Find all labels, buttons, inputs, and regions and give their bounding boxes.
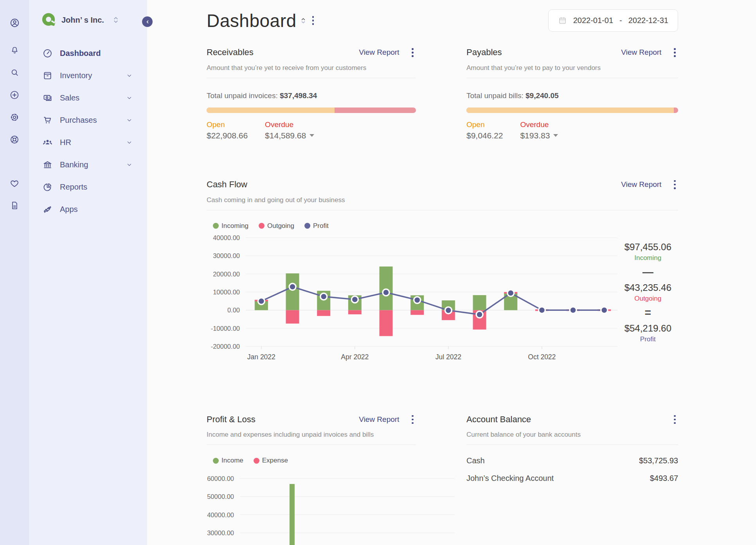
date-range-picker[interactable]: 2022-01-01 - 2022-12-31 (548, 9, 678, 32)
cashflow-summary: $97,455.06 Incoming — $43,235.46 Outgoin… (617, 242, 678, 364)
legend-color-dot (304, 223, 310, 229)
legend-label: Income (221, 457, 243, 464)
legend-color-dot (259, 223, 265, 229)
chevron-down-icon (126, 162, 137, 168)
inventory-box-icon (42, 70, 53, 81)
overdue-dropdown-caret[interactable] (553, 134, 558, 137)
cashflow-chart[interactable]: 40000.0030000.0020000.0010000.000.00-100… (207, 233, 617, 364)
sidebar-item-label: Purchases (60, 116, 126, 125)
dashboard-selector-icon[interactable] (300, 16, 306, 25)
sidebar: John’ s Inc. Dashboard Inventory Sales P… (29, 0, 147, 545)
company-selector-icon[interactable] (112, 15, 119, 25)
company-switcher[interactable]: John’ s Inc. (29, 0, 147, 28)
sidebar-item-label: Dashboard (60, 49, 137, 58)
legend-item[interactable]: Income (213, 457, 243, 464)
user-account-icon[interactable] (0, 12, 29, 34)
payables-overdue-block: Overdue $193.83 (520, 120, 558, 140)
svg-text:10000.00: 10000.00 (213, 289, 240, 296)
legend-color-dot (213, 223, 219, 229)
legend-item[interactable]: Expense (254, 457, 288, 464)
svg-text:50000.00: 50000.00 (207, 493, 234, 500)
svg-text:20000.00: 20000.00 (213, 270, 240, 277)
svg-text:Jan 2022: Jan 2022 (247, 353, 275, 361)
dashboard-gauge-icon (42, 48, 53, 59)
sidebar-nav: Dashboard Inventory Sales Purchases HR B… (29, 42, 147, 221)
sidebar-item-label: Reports (60, 183, 137, 192)
legend-label: Expense (262, 457, 288, 464)
apps-rocket-icon (42, 204, 53, 215)
payables-open-block: Open $9,046.22 (466, 120, 503, 140)
sidebar-item-label: Inventory (60, 71, 126, 80)
receivables-view-report-link[interactable]: View Report (359, 48, 399, 57)
account-balance-card: Account Balance Current balance of your … (466, 413, 678, 543)
receivables-total: Total unpaid invoices: $37,498.34 (207, 91, 416, 100)
legend-color-dot (254, 458, 259, 464)
sidebar-item-purchases[interactable]: Purchases (29, 109, 147, 131)
incoming-total: $97,455.06 (617, 242, 678, 253)
document-icon[interactable] (0, 194, 29, 217)
svg-text:-20000.00: -20000.00 (211, 343, 240, 350)
sidebar-item-hr[interactable]: HR (29, 131, 147, 154)
sidebar-item-label: Apps (60, 205, 137, 214)
divider (207, 445, 416, 445)
receivables-overdue-block: Overdue $14,589.68 (265, 120, 314, 140)
sidebar-item-dashboard[interactable]: Dashboard (29, 42, 147, 65)
sidebar-item-apps[interactable]: Apps (29, 198, 147, 221)
divider (466, 78, 678, 78)
payables-view-report-link[interactable]: View Report (621, 48, 661, 57)
legend-item[interactable]: Profit (304, 222, 329, 230)
reports-pie-icon (42, 182, 53, 192)
account-balance-menu-kebab[interactable] (671, 413, 678, 427)
sidebar-item-reports[interactable]: Reports (29, 176, 147, 198)
dashboard-menu-kebab[interactable] (310, 14, 317, 27)
date-start: 2022-01-01 (573, 16, 613, 25)
svg-text:Apr 2022: Apr 2022 (341, 353, 369, 361)
icon-rail (0, 0, 29, 545)
profit-loss-menu-kebab[interactable] (409, 413, 416, 427)
quick-add-plus-icon[interactable] (0, 84, 29, 106)
chevron-left-icon (145, 19, 150, 25)
svg-text:Jul 2022: Jul 2022 (436, 353, 461, 361)
payables-open-segment (466, 108, 674, 113)
sidebar-collapse-button[interactable] (142, 16, 153, 27)
sidebar-item-label: Banking (60, 160, 126, 169)
profit-loss-chart[interactable]: 60000.0050000.0040000.0030000.00 (207, 468, 457, 543)
receivables-menu-kebab[interactable] (409, 46, 416, 59)
profit-loss-legend: IncomeExpense (213, 457, 416, 464)
cashflow-card: Cash Flow View Report Cash coming in and… (207, 178, 678, 364)
cashflow-view-report-link[interactable]: View Report (621, 180, 661, 189)
sidebar-item-banking[interactable]: Banking (29, 154, 147, 176)
sidebar-item-sales[interactable]: Sales (29, 87, 147, 109)
settings-gear-icon[interactable] (0, 106, 29, 128)
date-separator: - (619, 16, 622, 25)
payables-menu-kebab[interactable] (671, 46, 678, 59)
main-area: Dashboard 2022-01-01 - 2022-12-31 Receiv… (147, 0, 756, 545)
divider (207, 210, 678, 210)
cashflow-legend: IncomingOutgoingProfit (213, 222, 678, 230)
legend-item[interactable]: Outgoing (259, 222, 294, 230)
sidebar-item-inventory[interactable]: Inventory (29, 65, 147, 87)
receivables-open-segment (207, 108, 335, 113)
overdue-dropdown-caret[interactable] (310, 134, 314, 137)
payables-card: Payables View Report Amount that you’re … (466, 46, 678, 140)
chevron-down-icon (126, 95, 137, 101)
help-life-ring-icon[interactable] (0, 128, 29, 151)
search-icon[interactable] (0, 61, 29, 84)
payables-subtitle: Amount that you’re yet to pay to your ve… (466, 64, 678, 72)
purchases-cart-icon (42, 115, 53, 125)
account-row: John’s Checking Account $493.67 (466, 470, 678, 487)
legend-item[interactable]: Incoming (213, 222, 248, 230)
svg-text:-10000.00: -10000.00 (211, 324, 240, 332)
notifications-bell-icon[interactable] (0, 39, 29, 61)
hr-people-icon (42, 137, 53, 148)
calendar-icon (558, 16, 567, 25)
sidebar-item-label: Sales (60, 93, 126, 102)
cashflow-menu-kebab[interactable] (671, 178, 678, 192)
profit-loss-view-report-link[interactable]: View Report (359, 415, 399, 424)
date-end: 2022-12-31 (628, 16, 668, 25)
profit-total: $54,219.60 (617, 323, 678, 334)
receivables-card: Receivables View Report Amount that you’… (207, 46, 416, 140)
page-header: Dashboard 2022-01-01 - 2022-12-31 (207, 0, 678, 32)
favorites-heart-icon[interactable] (0, 172, 29, 194)
chevron-down-icon (126, 73, 137, 79)
